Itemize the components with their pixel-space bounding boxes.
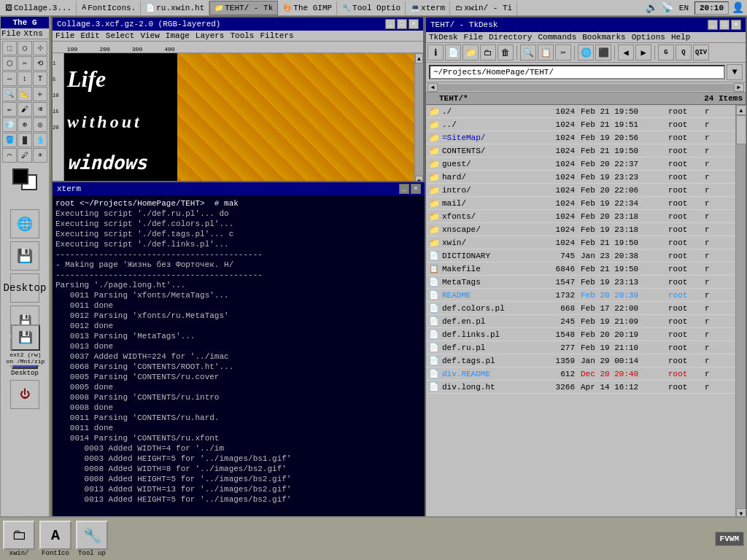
- file-row-makefile[interactable]: 📋 Makefile 6846 Feb 21 19:50 root r: [426, 262, 735, 276]
- gimp-tool-gradient[interactable]: ▓: [18, 133, 32, 147]
- collage-menu-layers[interactable]: Layers: [196, 31, 225, 40]
- tk-stop-btn[interactable]: ⬛: [595, 44, 611, 61]
- tkdesk-maximize[interactable]: □: [719, 20, 729, 30]
- tkdesk-menu-tkdesk[interactable]: TkDesk: [429, 33, 458, 42]
- taskbar-item-fonticons[interactable]: A FontIcons.: [77, 1, 141, 15]
- file-row-mail[interactable]: 📁 mail/ 1024 Feb 19 22:34 root r: [426, 197, 735, 210]
- gimp-tool-dodge[interactable]: ☀: [33, 148, 47, 163]
- file-row-metatags[interactable]: 📄 MetaTags 1547 Feb 19 23:13 root r: [426, 276, 735, 289]
- gimp-tool-airbrush[interactable]: 💨: [2, 117, 17, 132]
- tkdesk-close[interactable]: ×: [731, 20, 741, 30]
- file-row-divreadme[interactable]: 📄 div.README 612 Dec 20 20:40 root r: [426, 368, 735, 381]
- tk-new-btn[interactable]: 📄: [445, 44, 461, 61]
- file-row-xfonts[interactable]: 📁 xfonts/ 1024 Feb 20 23:18 root r: [426, 210, 735, 223]
- gimp-tool-paintbrush[interactable]: 🖌: [18, 102, 32, 117]
- tk-open-btn[interactable]: 📁: [462, 44, 479, 61]
- tk-g-btn[interactable]: G: [658, 44, 674, 61]
- taskbar-item-xwin2[interactable]: 🗀 xwin/ - Ti: [450, 1, 517, 15]
- file-row-deftags[interactable]: 📄 def.tags.pl 1359 Jan 29 00:14 root r: [426, 354, 735, 368]
- collage-menu-edit[interactable]: Edit: [80, 31, 99, 40]
- collage-menu-view[interactable]: View: [140, 31, 159, 40]
- tkdesk-menu-file[interactable]: File: [464, 33, 483, 42]
- tkdesk-minimize[interactable]: _: [708, 20, 718, 30]
- taskbar-item-teht[interactable]: 📁 TEHT/ - Tk: [209, 1, 278, 15]
- taskbar-item-gimp[interactable]: 🎨 The GIMP: [278, 1, 337, 15]
- file-row-sitemap[interactable]: 📁 =SiteMap/ 1024 Feb 19 20:56 root r: [426, 131, 735, 144]
- tkdesk-path-go[interactable]: ▼: [727, 64, 743, 80]
- tkdesk-menu-bookmarks[interactable]: Bookmarks: [582, 33, 625, 42]
- collage-menu-file[interactable]: File: [55, 31, 74, 40]
- tkdesk-vscroll[interactable]: ▲ ▼: [735, 105, 746, 518]
- gimp-tool-crop[interactable]: ✂: [18, 56, 32, 71]
- gimp-tool-eyedrop[interactable]: 💧: [33, 133, 47, 147]
- gimp-sidebar-disk[interactable]: 💾: [10, 241, 39, 271]
- file-row-deflinks[interactable]: 📄 def.links.pl 1548 Feb 20 20:19 root r: [426, 328, 735, 341]
- collage-menu-tools[interactable]: Tools: [230, 31, 254, 40]
- gimp-menu-xtns[interactable]: Xtns: [23, 29, 42, 38]
- tk-globe-btn[interactable]: 🌐: [578, 44, 594, 61]
- tk-forward-btn[interactable]: ▶: [635, 44, 651, 61]
- gimp-tool-eraser[interactable]: ⌫: [33, 102, 47, 117]
- collage-maximize[interactable]: □: [397, 19, 407, 29]
- file-row-contents[interactable]: 📁 CONTENTS/ 1024 Feb 21 19:50 root r: [426, 144, 735, 158]
- bottom-xwin[interactable]: 🗀 xwin/: [3, 521, 35, 557]
- collage-menu-filters[interactable]: Filters: [260, 31, 293, 40]
- taskbar-item-xwin[interactable]: 📄 ru.xwin.ht: [141, 1, 209, 15]
- terminal-minimize[interactable]: _: [399, 184, 409, 194]
- tk-edit-btn[interactable]: 📋: [538, 44, 554, 61]
- file-row-defru[interactable]: 📄 def.ru.pl 277 Feb 19 21:10 root r: [426, 341, 735, 354]
- gimp-tool-ink[interactable]: 🖊: [18, 148, 32, 163]
- file-row-guest[interactable]: 📁 guest/ 1024 Feb 20 22:37 root r: [426, 158, 735, 171]
- gimp-tool-convolve[interactable]: ◎: [33, 117, 47, 132]
- file-row-xwin[interactable]: 📁 xwin/ 1024 Feb 21 19:50 root r: [426, 236, 735, 249]
- taskbar-item-xterm[interactable]: 💻 xterm: [406, 1, 450, 15]
- tk-copy-btn[interactable]: 🗀: [480, 44, 496, 61]
- tk-q-btn[interactable]: Q: [676, 44, 692, 61]
- vscroll-thumb[interactable]: [736, 115, 746, 144]
- gimp-tool-measure[interactable]: 📐: [18, 87, 32, 101]
- gimp-tool-clone[interactable]: ⊕: [18, 117, 32, 132]
- tk-back-btn[interactable]: ◀: [618, 44, 634, 61]
- gimp-tool-text[interactable]: T: [33, 71, 47, 86]
- tkdesk-path-input[interactable]: [429, 65, 725, 79]
- collage-close[interactable]: ×: [409, 19, 419, 29]
- gimp-menu-file[interactable]: File: [1, 29, 20, 38]
- tkdesk-menu-help[interactable]: Help: [671, 33, 690, 42]
- tk-qiv-btn[interactable]: QIV: [693, 44, 709, 61]
- collage-minimize[interactable]: _: [385, 19, 395, 29]
- hscroll-right[interactable]: ▶: [734, 83, 744, 92]
- taskbar-item-toolopt[interactable]: 🔧 Tool Optio: [337, 1, 406, 15]
- gimp-tool-rotate[interactable]: ⟲: [33, 56, 47, 71]
- gimp-tool-lasso[interactable]: ⊹: [33, 41, 47, 55]
- gimp-tool-fuzzy[interactable]: ⬡: [2, 56, 17, 71]
- bottom-fontico[interactable]: A FontIco: [39, 521, 71, 557]
- speaker-icon[interactable]: 🔊: [646, 1, 658, 14]
- tkdesk-menu-options[interactable]: Options: [632, 33, 665, 42]
- terminal-close[interactable]: ×: [411, 184, 421, 194]
- tk-search-btn[interactable]: 🔍: [520, 44, 536, 61]
- gimp-tool-magnify[interactable]: 🔍: [2, 87, 17, 101]
- file-row-intro[interactable]: 📁 intro/ 1024 Feb 20 22:06 root r: [426, 184, 735, 197]
- hscroll-left[interactable]: ◀: [427, 83, 438, 92]
- gimp-tool-flip[interactable]: ↕: [18, 71, 32, 86]
- gimp-sidebar-power[interactable]: ⏻: [10, 380, 39, 409]
- tkdesk-menu-dir[interactable]: Directory: [489, 33, 532, 42]
- file-row-current[interactable]: 📁 ./ 1024 Feb 21 19:50 root r: [426, 105, 735, 118]
- tkdesk-menu-cmds[interactable]: Commands: [538, 33, 576, 42]
- taskbar-item-collage[interactable]: 🖼 Collage.3...: [0, 1, 77, 15]
- fg-color-swatch[interactable]: [12, 168, 28, 184]
- collage-scrollbar-right[interactable]: ▲ ▼: [414, 53, 423, 186]
- gimp-tool-bucket[interactable]: 🪣: [2, 133, 17, 147]
- gimp-tool-transform[interactable]: ↔: [2, 71, 17, 86]
- file-row-divlong[interactable]: 📄 div.long.ht 3266 Apr 14 16:12 root r: [426, 381, 735, 394]
- file-row-defen[interactable]: 📄 def.en.pl 245 Feb 19 21:09 root r: [426, 315, 735, 328]
- file-row-hard[interactable]: 📁 hard/ 1024 Feb 19 23:23 root r: [426, 171, 735, 184]
- tk-delete-btn[interactable]: 🗑: [498, 44, 514, 61]
- file-row-parent[interactable]: 📁 ../ 1024 Feb 21 19:51 root r: [426, 118, 735, 131]
- file-row-defcolors[interactable]: 📄 def.colors.pl 668 Feb 17 22:00 root r: [426, 302, 735, 315]
- file-row-divshort[interactable]: 📄 div.short.ht 231 Jan 4 13:26 root r: [426, 394, 735, 394]
- gimp-tool-rect[interactable]: ⬚: [2, 41, 17, 55]
- file-row-readme[interactable]: 📄 README 1732 Feb 20 20:39 root r: [426, 289, 735, 302]
- collage-menu-select[interactable]: Select: [106, 31, 135, 40]
- disk-icon[interactable]: 💾 ext2 (rw)on /Mnt/zip: [3, 324, 48, 365]
